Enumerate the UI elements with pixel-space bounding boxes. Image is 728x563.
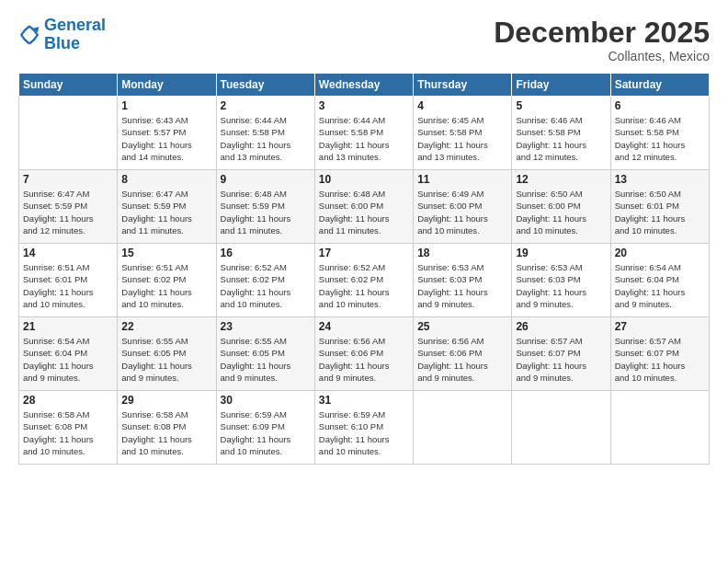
calendar-cell: 17Sunrise: 6:52 AMSunset: 6:02 PMDayligh… [314, 244, 413, 317]
cell-detail-line: and 10 minutes. [319, 298, 409, 310]
cell-detail-line: Daylight: 11 hours [221, 433, 311, 445]
cell-detail-line: Daylight: 11 hours [319, 433, 409, 445]
cell-detail-line: Sunset: 6:05 PM [221, 347, 311, 359]
cell-detail-line: Sunset: 6:01 PM [23, 273, 113, 285]
calendar-cell: 6Sunrise: 6:46 AMSunset: 5:58 PMDaylight… [610, 97, 709, 170]
calendar-cell: 20Sunrise: 6:54 AMSunset: 6:04 PMDayligh… [610, 244, 709, 317]
cell-details: Sunrise: 6:50 AMSunset: 6:01 PMDaylight:… [615, 188, 705, 236]
cell-details: Sunrise: 6:43 AMSunset: 5:57 PMDaylight:… [121, 114, 211, 163]
cell-detail-line: Sunset: 6:05 PM [121, 347, 211, 359]
calendar-cell: 23Sunrise: 6:55 AMSunset: 6:05 PMDayligh… [216, 317, 314, 391]
calendar-cell: 12Sunrise: 6:50 AMSunset: 6:00 PMDayligh… [512, 170, 610, 244]
cell-detail-line: Sunrise: 6:51 AM [23, 261, 113, 273]
cell-detail-line: Sunset: 6:07 PM [516, 347, 606, 359]
calendar-cell: 1Sunrise: 6:43 AMSunset: 5:57 PMDaylight… [118, 97, 216, 170]
cell-detail-line: and 12 minutes. [23, 224, 113, 236]
cell-detail-line: Sunrise: 6:44 AM [319, 114, 409, 126]
cell-detail-line: Sunset: 6:04 PM [23, 347, 113, 359]
calendar-cell: 9Sunrise: 6:48 AMSunset: 5:59 PMDaylight… [216, 170, 314, 244]
calendar-cell: 13Sunrise: 6:50 AMSunset: 6:01 PMDayligh… [610, 170, 709, 244]
cell-details: Sunrise: 6:56 AMSunset: 6:06 PMDaylight:… [319, 335, 409, 384]
cell-detail-line: Daylight: 11 hours [417, 213, 507, 224]
cell-detail-line: Sunset: 6:04 PM [615, 273, 705, 285]
calendar-day-header: Thursday [414, 74, 512, 97]
cell-details: Sunrise: 6:54 AMSunset: 6:04 PMDaylight:… [23, 335, 113, 384]
day-number: 1 [121, 99, 211, 112]
cell-detail-line: Sunrise: 6:53 AM [516, 261, 606, 273]
cell-details: Sunrise: 6:51 AMSunset: 6:01 PMDaylight:… [23, 261, 113, 310]
cell-detail-line: Sunrise: 6:54 AM [23, 335, 113, 347]
cell-detail-line: Daylight: 11 hours [121, 286, 211, 298]
cell-detail-line: and 9 minutes. [516, 298, 606, 310]
cell-detail-line: Sunrise: 6:45 AM [417, 114, 507, 126]
calendar-table: SundayMondayTuesdayWednesdayThursdayFrid… [18, 73, 710, 465]
calendar-week-row: 28Sunrise: 6:58 AMSunset: 6:08 PMDayligh… [19, 391, 710, 465]
cell-detail-line: and 9 minutes. [319, 372, 409, 384]
calendar-cell: 29Sunrise: 6:58 AMSunset: 6:08 PMDayligh… [118, 391, 216, 465]
day-number: 30 [221, 394, 311, 407]
cell-detail-line: Sunset: 5:59 PM [221, 200, 311, 212]
cell-detail-line: Sunrise: 6:47 AM [23, 188, 113, 200]
cell-detail-line: Daylight: 11 hours [615, 213, 705, 224]
calendar-cell: 26Sunrise: 6:57 AMSunset: 6:07 PMDayligh… [512, 317, 610, 391]
day-number: 9 [221, 173, 311, 186]
cell-detail-line: Sunrise: 6:53 AM [417, 261, 507, 273]
calendar-day-header: Friday [512, 74, 610, 97]
day-number: 29 [121, 394, 211, 407]
day-number: 6 [615, 99, 705, 112]
cell-detail-line: Sunrise: 6:44 AM [221, 114, 311, 126]
header: General Blue December 2025 Collantes, Me… [18, 17, 710, 63]
calendar-cell: 19Sunrise: 6:53 AMSunset: 6:03 PMDayligh… [512, 244, 610, 317]
cell-detail-line: Sunrise: 6:50 AM [516, 188, 606, 200]
cell-detail-line: Sunrise: 6:56 AM [417, 335, 507, 347]
cell-detail-line: Sunset: 6:08 PM [23, 420, 113, 432]
calendar-day-header: Wednesday [314, 74, 413, 97]
day-number: 7 [23, 173, 113, 186]
day-number: 10 [319, 173, 409, 186]
calendar-cell: 7Sunrise: 6:47 AMSunset: 5:59 PMDaylight… [19, 170, 118, 244]
cell-detail-line: Daylight: 11 hours [615, 139, 705, 151]
cell-details: Sunrise: 6:45 AMSunset: 5:58 PMDaylight:… [417, 114, 507, 163]
cell-detail-line: Daylight: 11 hours [23, 213, 113, 224]
cell-detail-line: and 10 minutes. [121, 445, 211, 457]
day-number: 22 [121, 320, 211, 333]
cell-detail-line: Sunset: 6:03 PM [516, 273, 606, 285]
cell-detail-line: Sunrise: 6:49 AM [417, 188, 507, 200]
day-number: 25 [417, 320, 507, 333]
day-number: 16 [221, 247, 311, 259]
cell-detail-line: Sunset: 5:58 PM [221, 126, 311, 138]
cell-details: Sunrise: 6:53 AMSunset: 6:03 PMDaylight:… [516, 261, 606, 310]
cell-detail-line: and 9 minutes. [417, 298, 507, 310]
cell-detail-line: Daylight: 11 hours [417, 360, 507, 372]
cell-details: Sunrise: 6:57 AMSunset: 6:07 PMDaylight:… [615, 335, 705, 384]
cell-detail-line: Sunrise: 6:55 AM [221, 335, 311, 347]
cell-detail-line: Daylight: 11 hours [221, 139, 311, 151]
calendar-cell: 18Sunrise: 6:53 AMSunset: 6:03 PMDayligh… [414, 244, 512, 317]
cell-detail-line: and 10 minutes. [221, 445, 311, 457]
cell-detail-line: and 10 minutes. [319, 445, 409, 457]
cell-detail-line: Daylight: 11 hours [221, 213, 311, 224]
cell-details: Sunrise: 6:44 AMSunset: 5:58 PMDaylight:… [221, 114, 311, 163]
cell-details: Sunrise: 6:46 AMSunset: 5:58 PMDaylight:… [615, 114, 705, 163]
day-number: 3 [319, 99, 409, 112]
cell-detail-line: Daylight: 11 hours [221, 286, 311, 298]
calendar-day-header: Monday [118, 74, 216, 97]
cell-detail-line: Sunset: 6:03 PM [417, 273, 507, 285]
calendar-day-header: Tuesday [216, 74, 314, 97]
calendar-week-row: 1Sunrise: 6:43 AMSunset: 5:57 PMDaylight… [19, 97, 710, 170]
cell-detail-line: Sunrise: 6:52 AM [319, 261, 409, 273]
cell-detail-line: Sunset: 6:02 PM [121, 273, 211, 285]
day-number: 14 [23, 247, 113, 259]
calendar-week-row: 14Sunrise: 6:51 AMSunset: 6:01 PMDayligh… [19, 244, 710, 317]
cell-detail-line: Daylight: 11 hours [221, 360, 311, 372]
cell-detail-line: and 10 minutes. [221, 298, 311, 310]
cell-detail-line: Daylight: 11 hours [615, 360, 705, 372]
day-number: 31 [319, 394, 409, 407]
cell-details: Sunrise: 6:58 AMSunset: 6:08 PMDaylight:… [23, 408, 113, 457]
cell-detail-line: Sunrise: 6:57 AM [516, 335, 606, 347]
cell-detail-line: Sunrise: 6:48 AM [319, 188, 409, 200]
calendar-cell: 14Sunrise: 6:51 AMSunset: 6:01 PMDayligh… [19, 244, 118, 317]
cell-details: Sunrise: 6:57 AMSunset: 6:07 PMDaylight:… [516, 335, 606, 384]
calendar-cell: 15Sunrise: 6:51 AMSunset: 6:02 PMDayligh… [118, 244, 216, 317]
cell-detail-line: Sunrise: 6:46 AM [615, 114, 705, 126]
